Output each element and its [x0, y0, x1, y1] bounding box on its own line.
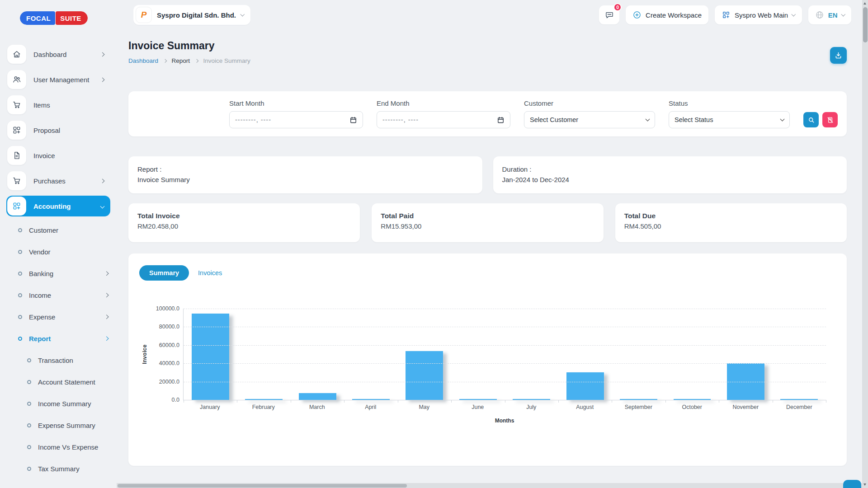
x-tick-label: January	[183, 404, 237, 410]
sidebar-item-items[interactable]: Items	[6, 94, 110, 115]
stat-value: RM20.458,00	[137, 222, 351, 230]
x-axis-tick	[505, 400, 505, 403]
scrollbar-thumb[interactable]	[863, 7, 868, 42]
end-month-input[interactable]: --------, ----	[377, 111, 510, 128]
sidebar-item-expense-summary[interactable]: Expense Summary	[6, 416, 110, 434]
sidebar-item-report[interactable]: Report	[6, 329, 110, 347]
sidebar-item-customer[interactable]: Customer	[6, 221, 110, 239]
download-button[interactable]	[830, 47, 847, 64]
chevron-right-icon	[104, 336, 108, 340]
bar-march[interactable]	[299, 393, 336, 400]
y-tick-label: 80000.0	[159, 324, 179, 330]
sidebar-item-proposal[interactable]: Proposal	[6, 120, 110, 141]
grid-plus-icon	[7, 121, 26, 140]
status-select[interactable]: Select Status	[669, 111, 790, 128]
x-axis-tick	[826, 400, 826, 403]
sidebar-item-income-vs-expense[interactable]: Income Vs Expense	[6, 438, 110, 456]
sidebar-item-user-management[interactable]: User Management	[6, 69, 110, 90]
x-axis-tick	[612, 400, 612, 403]
calendar-icon	[349, 116, 357, 124]
workspace-selector[interactable]: P Syspro Digital Sdn. Bhd.	[133, 5, 250, 25]
chevron-right-icon	[100, 77, 105, 82]
sidebar-item-vendor[interactable]: Vendor	[6, 243, 110, 261]
sidebar-item-label: Banking	[29, 270, 53, 277]
chevron-down-icon	[646, 117, 650, 121]
scrollbar-thumb[interactable]	[118, 484, 407, 488]
messages-button[interactable]: 0	[599, 5, 619, 24]
grid-plus-icon	[722, 10, 731, 19]
x-axis-tick	[773, 400, 773, 403]
stat-value: RM15.953,00	[381, 222, 594, 230]
sidebar-item-dashboard[interactable]: Dashboard	[6, 44, 110, 65]
sidebar-item-account-statement[interactable]: Account Statement	[6, 373, 110, 391]
chevron-right-icon	[100, 178, 105, 183]
sidebar-item-income[interactable]: Income	[6, 286, 110, 304]
floating-action-button[interactable]	[843, 480, 861, 488]
scroll-down-arrow-icon[interactable]	[863, 483, 866, 486]
filter-panel: Start Month --------, ---- End Month ---…	[128, 91, 847, 136]
horizontal-scrollbar[interactable]	[117, 483, 862, 488]
search-button[interactable]	[803, 112, 819, 127]
bar-slot	[398, 351, 451, 400]
app-logo: FOCAL SUITE	[20, 11, 88, 25]
language-selector[interactable]: EN	[808, 5, 851, 24]
bullet-icon	[27, 380, 31, 384]
x-axis-tick	[291, 400, 291, 403]
cart-icon	[7, 95, 26, 114]
create-workspace-button[interactable]: Create Workspace	[626, 5, 708, 24]
bar-may[interactable]	[406, 351, 443, 400]
tab-summary[interactable]: Summary	[139, 265, 189, 281]
chart-xlabels: JanuaryFebruaryMarchAprilMayJuneJulyAugu…	[183, 404, 826, 410]
x-axis-tick	[558, 400, 559, 403]
breadcrumb-dashboard[interactable]: Dashboard	[128, 57, 158, 64]
messages-badge: 0	[613, 3, 622, 11]
vertical-scrollbar[interactable]	[862, 0, 868, 488]
x-tick-label: August	[558, 404, 612, 410]
sidebar-item-label: Vendor	[29, 248, 51, 256]
duration-info-card: Duration : Jan-2024 to Dec-2024	[493, 156, 847, 193]
x-tick-label: October	[665, 404, 719, 410]
reset-button[interactable]	[822, 112, 838, 127]
sidebar-item-purchases[interactable]: Purchases	[6, 170, 110, 191]
x-axis-tick	[237, 400, 237, 403]
sidebar-item-banking[interactable]: Banking	[6, 264, 110, 282]
bar-august[interactable]	[566, 372, 604, 400]
breadcrumb-report[interactable]: Report	[172, 57, 190, 64]
report-value: Invoice Summary	[137, 174, 473, 185]
customer-selected-value: Select Customer	[530, 116, 578, 123]
app-switcher-button[interactable]: Syspro Web Main	[715, 5, 802, 24]
bullet-icon	[27, 445, 31, 449]
scroll-up-arrow-icon[interactable]	[863, 2, 866, 5]
language-label: EN	[828, 11, 838, 19]
duration-label: Duration :	[502, 164, 838, 174]
sidebar-item-expense[interactable]: Expense	[6, 308, 110, 326]
document-icon	[7, 146, 26, 165]
x-tick-label: November	[719, 404, 773, 410]
x-axis-tick	[184, 400, 184, 403]
start-month-label: Start Month	[229, 99, 363, 107]
sidebar-item-income-summary[interactable]: Income Summary	[6, 394, 110, 413]
page-title: Invoice Summary	[128, 40, 250, 52]
customer-select[interactable]: Select Customer	[524, 111, 655, 128]
sidebar-item-transaction[interactable]: Transaction	[6, 351, 110, 369]
sidebar-item-tax-summary[interactable]: Tax Summary	[6, 460, 110, 478]
start-month-input[interactable]: --------, ----	[229, 111, 363, 128]
total-invoice-card: Total Invoice RM20.458,00	[128, 203, 360, 242]
bullet-icon	[18, 250, 22, 254]
sidebar-item-invoice[interactable]: Invoice	[6, 145, 110, 166]
chevron-down-icon	[780, 117, 785, 121]
bullet-icon	[27, 423, 31, 427]
main-content: Invoice Summary Dashboard Report Invoice…	[128, 40, 847, 466]
tab-invoices[interactable]: Invoices	[195, 265, 225, 281]
y-tick-label: 20000.0	[159, 379, 179, 385]
chevron-right-icon	[104, 293, 108, 297]
x-tick-label: April	[344, 404, 398, 410]
x-tick-label: September	[612, 404, 665, 410]
customer-label: Customer	[524, 99, 655, 107]
breadcrumb: Dashboard Report Invoice Summary	[128, 57, 250, 64]
status-label: Status	[669, 99, 790, 107]
sidebar-item-label: Invoice	[33, 152, 55, 160]
chevron-down-icon	[792, 12, 796, 16]
sidebar-item-label: Proposal	[33, 127, 60, 134]
sidebar-item-accounting[interactable]: Accounting	[6, 196, 110, 216]
